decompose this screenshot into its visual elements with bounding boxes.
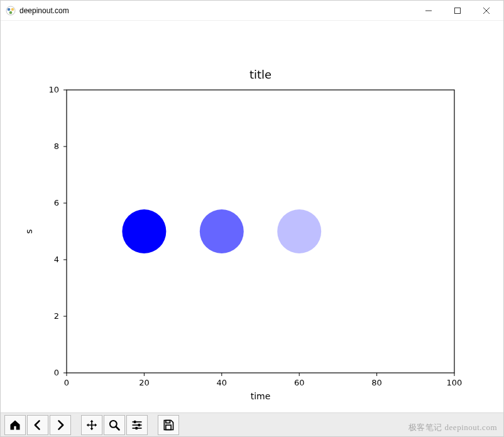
plot-canvas-area: title0204060801000246810times (1, 21, 503, 412)
svg-text:6: 6 (54, 198, 59, 207)
x-axis-label: time (251, 391, 271, 401)
svg-text:4: 4 (54, 255, 59, 264)
toolbar-configure-button[interactable] (126, 415, 148, 435)
window-close-button[interactable] (472, 1, 501, 20)
svg-text:10: 10 (48, 85, 59, 94)
sliders-icon (131, 419, 143, 431)
toolbar-back-button[interactable] (27, 415, 48, 435)
svg-rect-39 (136, 427, 138, 429)
chart-title: title (249, 68, 271, 81)
window-minimize-button[interactable] (414, 1, 443, 20)
svg-rect-37 (138, 424, 140, 426)
app-icon (6, 6, 16, 16)
matplotlib-toolbar: 极客笔记 deepinout.com (1, 412, 503, 437)
magnify-icon (108, 419, 121, 431)
svg-text:60: 60 (294, 378, 305, 387)
svg-rect-40 (166, 421, 170, 423)
save-icon (162, 419, 175, 431)
toolbar-save-button[interactable] (158, 415, 179, 435)
svg-text:8: 8 (54, 141, 59, 151)
data-point (277, 209, 321, 253)
arrow-left-icon (31, 419, 44, 431)
toolbar-forward-button[interactable] (50, 415, 71, 435)
home-icon (9, 419, 21, 431)
data-point (122, 209, 166, 253)
svg-text:100: 100 (447, 378, 463, 387)
window-maximize-button[interactable] (443, 1, 472, 20)
svg-text:0: 0 (54, 368, 59, 377)
svg-rect-41 (166, 425, 171, 430)
toolbar-home-button[interactable] (4, 415, 26, 435)
svg-text:20: 20 (139, 378, 150, 387)
window-titlebar: deepinout.com (1, 1, 503, 21)
arrow-right-icon (54, 419, 67, 431)
svg-line-33 (116, 427, 119, 430)
svg-rect-35 (134, 421, 136, 423)
svg-point-3 (9, 11, 13, 14)
move-icon (85, 419, 98, 431)
toolbar-zoom-button[interactable] (104, 415, 125, 435)
svg-point-1 (8, 8, 11, 11)
toolbar-pan-button[interactable] (81, 415, 102, 435)
window-title: deepinout.com (19, 6, 69, 15)
watermark-text: 极客笔记 deepinout.com (408, 422, 497, 433)
svg-text:0: 0 (64, 378, 69, 387)
svg-rect-5 (455, 8, 461, 13)
svg-point-2 (11, 8, 14, 11)
data-point (200, 209, 244, 253)
svg-text:40: 40 (217, 378, 227, 387)
y-axis-label: s (24, 229, 34, 233)
plot-svg: title0204060801000246810times (1, 21, 503, 412)
svg-text:80: 80 (371, 378, 382, 387)
svg-text:2: 2 (54, 311, 59, 321)
